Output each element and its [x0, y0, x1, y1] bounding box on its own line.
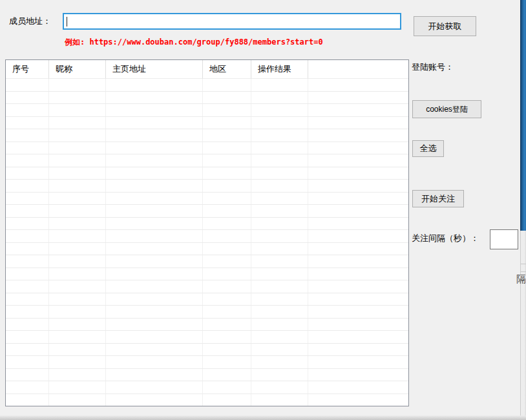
table-cell	[308, 154, 408, 167]
table-cell	[49, 218, 106, 230]
table-cell	[106, 268, 203, 280]
table-cell	[106, 154, 203, 167]
table-row	[6, 154, 408, 167]
table-cell	[6, 293, 49, 306]
table-cell	[308, 104, 408, 116]
table-cell	[308, 92, 408, 104]
table-row	[6, 306, 408, 319]
table-cell	[6, 167, 49, 180]
table-cell	[251, 104, 308, 116]
follow-interval-input[interactable]	[490, 229, 518, 249]
table-cell	[203, 319, 251, 331]
member-address-input[interactable]	[63, 13, 401, 30]
table-cell	[308, 344, 408, 356]
table-cell	[49, 381, 106, 394]
column-header-operation-result[interactable]: 操作结果	[251, 60, 308, 79]
table-row	[6, 319, 408, 331]
table-cell	[203, 205, 251, 217]
table-cell	[251, 280, 308, 293]
table-cell	[106, 180, 203, 192]
table-cell	[203, 280, 251, 293]
table-row	[6, 344, 408, 357]
table-row	[6, 369, 408, 382]
cookies-login-button[interactable]: cookies登陆	[412, 100, 481, 118]
table-cell	[251, 154, 308, 167]
table-cell	[106, 230, 203, 242]
table-cell	[49, 167, 106, 180]
table-row	[6, 394, 408, 407]
table-cell	[251, 79, 308, 91]
table-cell	[203, 117, 251, 129]
table-cell	[49, 319, 106, 331]
table-cell	[6, 356, 49, 368]
table-cell	[203, 394, 251, 406]
table-row	[6, 117, 408, 130]
member-listview[interactable]: 序号昵称主页地址地区操作结果	[5, 59, 409, 406]
table-cell	[49, 79, 106, 91]
table-cell	[308, 79, 408, 91]
table-cell	[106, 104, 203, 116]
table-cell	[6, 193, 49, 205]
table-cell	[203, 218, 251, 230]
table-cell	[251, 268, 308, 280]
table-cell	[203, 255, 251, 268]
table-cell	[251, 129, 308, 142]
table-cell	[203, 381, 251, 394]
table-row	[6, 129, 408, 142]
table-cell	[49, 129, 106, 142]
table-row	[6, 268, 408, 281]
table-cell	[106, 255, 203, 268]
table-cell	[6, 268, 49, 280]
select-all-button[interactable]: 全选	[412, 140, 444, 157]
table-cell	[49, 230, 106, 242]
table-cell	[203, 243, 251, 255]
clipped-background-text: 隔	[516, 273, 525, 285]
table-cell	[6, 243, 49, 255]
table-cell	[106, 129, 203, 142]
table-cell	[251, 356, 308, 368]
desktop-wallpaper-strip	[520, 0, 526, 231]
column-header-nickname[interactable]: 昵称	[49, 60, 106, 79]
table-cell	[106, 319, 203, 331]
table-row	[6, 230, 408, 243]
table-cell	[251, 205, 308, 217]
table-cell	[106, 218, 203, 230]
table-cell	[6, 369, 49, 381]
table-cell	[251, 369, 308, 381]
column-header-index[interactable]: 序号	[6, 60, 49, 79]
table-cell	[106, 167, 203, 180]
table-row	[6, 104, 408, 117]
table-cell	[203, 268, 251, 280]
table-cell	[203, 306, 251, 318]
table-cell	[251, 319, 308, 331]
table-cell	[308, 381, 408, 394]
start-follow-button[interactable]: 开始关注	[412, 190, 464, 207]
table-cell	[6, 306, 49, 318]
table-cell	[106, 344, 203, 356]
table-row	[6, 193, 408, 205]
column-header-blank[interactable]	[308, 60, 408, 79]
table-row	[6, 79, 408, 92]
table-cell	[49, 255, 106, 268]
table-cell	[49, 268, 106, 280]
listview-header: 序号昵称主页地址地区操作结果	[6, 60, 408, 79]
table-cell	[49, 193, 106, 205]
table-cell	[308, 142, 408, 154]
table-cell	[6, 280, 49, 293]
table-cell	[203, 180, 251, 192]
start-fetch-button[interactable]: 开始获取	[414, 16, 476, 36]
column-header-region[interactable]: 地区	[203, 60, 251, 79]
table-cell	[6, 218, 49, 230]
table-cell	[6, 180, 49, 192]
table-row	[6, 356, 408, 369]
table-row	[6, 142, 408, 155]
table-cell	[49, 369, 106, 381]
table-cell	[203, 129, 251, 142]
table-cell	[106, 79, 203, 91]
table-cell	[6, 142, 49, 154]
table-cell	[49, 394, 106, 406]
table-cell	[6, 205, 49, 217]
table-cell	[308, 230, 408, 242]
table-cell	[106, 205, 203, 217]
column-header-homepage-url[interactable]: 主页地址	[106, 60, 203, 79]
